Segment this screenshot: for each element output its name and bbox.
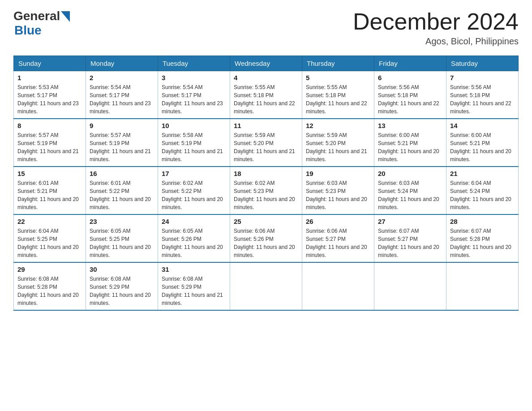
title-block: December 2024 Agos, Bicol, Philippines [353,9,519,47]
calendar-cell: 14Sunrise: 6:00 AMSunset: 5:21 PMDayligh… [446,119,519,167]
calendar-cell: 5Sunrise: 5:55 AMSunset: 5:18 PMDaylight… [302,71,374,119]
day-info: Sunrise: 6:01 AMSunset: 5:22 PMDaylight:… [90,179,154,211]
day-info: Sunrise: 6:08 AMSunset: 5:29 PMDaylight:… [90,275,154,307]
logo-general-text: General [13,9,60,23]
day-number: 1 [17,74,82,81]
day-info: Sunrise: 6:03 AMSunset: 5:24 PMDaylight:… [378,179,442,211]
calendar-cell: 29Sunrise: 6:08 AMSunset: 5:28 PMDayligh… [14,262,86,310]
day-info: Sunrise: 5:59 AMSunset: 5:20 PMDaylight:… [306,131,370,163]
calendar-cell: 1Sunrise: 5:53 AMSunset: 5:17 PMDaylight… [14,71,86,119]
day-info: Sunrise: 5:55 AMSunset: 5:18 PMDaylight:… [306,83,370,116]
calendar-cell [446,262,519,310]
day-info: Sunrise: 6:08 AMSunset: 5:29 PMDaylight:… [162,275,226,307]
calendar-cell [230,262,302,310]
day-info: Sunrise: 6:03 AMSunset: 5:23 PMDaylight:… [306,179,370,211]
day-number: 29 [17,265,82,273]
day-number: 22 [17,218,82,225]
weekday-header-thursday: Thursday [302,56,374,71]
calendar-week-row: 1Sunrise: 5:53 AMSunset: 5:17 PMDaylight… [14,71,519,119]
day-info: Sunrise: 5:54 AMSunset: 5:17 PMDaylight:… [90,83,154,116]
day-info: Sunrise: 6:02 AMSunset: 5:23 PMDaylight:… [234,179,298,211]
calendar-week-row: 22Sunrise: 6:04 AMSunset: 5:25 PMDayligh… [14,214,519,262]
calendar-cell: 30Sunrise: 6:08 AMSunset: 5:29 PMDayligh… [86,262,158,310]
page-header: General Blue December 2024 Agos, Bicol, … [13,9,519,47]
day-info: Sunrise: 6:00 AMSunset: 5:21 PMDaylight:… [378,131,442,163]
calendar-cell [302,262,374,310]
day-info: Sunrise: 5:57 AMSunset: 5:19 PMDaylight:… [90,131,154,163]
calendar-week-row: 15Sunrise: 6:01 AMSunset: 5:21 PMDayligh… [14,167,519,214]
day-info: Sunrise: 5:57 AMSunset: 5:19 PMDaylight:… [17,131,82,163]
calendar-cell [374,262,446,310]
weekday-header-saturday: Saturday [446,56,519,71]
day-info: Sunrise: 6:00 AMSunset: 5:21 PMDaylight:… [450,131,515,163]
calendar-cell: 31Sunrise: 6:08 AMSunset: 5:29 PMDayligh… [158,262,230,310]
calendar-cell: 4Sunrise: 5:55 AMSunset: 5:18 PMDaylight… [230,71,302,119]
day-number: 26 [306,218,370,225]
weekday-header-tuesday: Tuesday [158,56,230,71]
day-info: Sunrise: 5:59 AMSunset: 5:20 PMDaylight:… [234,131,298,163]
day-info: Sunrise: 5:54 AMSunset: 5:17 PMDaylight:… [162,83,226,116]
calendar-cell: 17Sunrise: 6:02 AMSunset: 5:22 PMDayligh… [158,167,230,214]
logo-triangle-icon [61,11,70,22]
day-number: 13 [378,122,442,129]
day-number: 9 [90,122,154,129]
day-info: Sunrise: 6:02 AMSunset: 5:22 PMDaylight:… [162,179,226,211]
day-info: Sunrise: 6:08 AMSunset: 5:28 PMDaylight:… [17,275,82,307]
calendar-cell: 6Sunrise: 5:56 AMSunset: 5:18 PMDaylight… [374,71,446,119]
calendar-cell: 13Sunrise: 6:00 AMSunset: 5:21 PMDayligh… [374,119,446,167]
weekday-header-friday: Friday [374,56,446,71]
day-number: 15 [17,170,82,177]
day-number: 20 [378,170,442,177]
day-number: 12 [306,122,370,129]
calendar-header-row: SundayMondayTuesdayWednesdayThursdayFrid… [14,56,519,71]
calendar-cell: 12Sunrise: 5:59 AMSunset: 5:20 PMDayligh… [302,119,374,167]
day-number: 24 [162,218,226,225]
calendar-cell: 8Sunrise: 5:57 AMSunset: 5:19 PMDaylight… [14,119,86,167]
calendar-cell: 9Sunrise: 5:57 AMSunset: 5:19 PMDaylight… [86,119,158,167]
calendar-cell: 15Sunrise: 6:01 AMSunset: 5:21 PMDayligh… [14,167,86,214]
calendar-cell: 28Sunrise: 6:07 AMSunset: 5:28 PMDayligh… [446,214,519,262]
day-number: 4 [234,74,298,81]
calendar-week-row: 29Sunrise: 6:08 AMSunset: 5:28 PMDayligh… [14,262,519,310]
calendar-cell: 24Sunrise: 6:05 AMSunset: 5:26 PMDayligh… [158,214,230,262]
day-info: Sunrise: 6:06 AMSunset: 5:27 PMDaylight:… [306,227,370,259]
day-number: 5 [306,74,370,81]
day-number: 17 [162,170,226,177]
day-number: 28 [450,218,515,225]
day-number: 27 [378,218,442,225]
day-number: 23 [90,218,154,225]
calendar-cell: 16Sunrise: 6:01 AMSunset: 5:22 PMDayligh… [86,167,158,214]
svg-marker-0 [61,11,70,22]
weekday-header-sunday: Sunday [14,56,86,71]
day-info: Sunrise: 6:05 AMSunset: 5:25 PMDaylight:… [90,227,154,259]
day-number: 10 [162,122,226,129]
day-info: Sunrise: 6:05 AMSunset: 5:26 PMDaylight:… [162,227,226,259]
day-info: Sunrise: 6:07 AMSunset: 5:28 PMDaylight:… [450,227,515,259]
day-number: 11 [234,122,298,129]
calendar-cell: 11Sunrise: 5:59 AMSunset: 5:20 PMDayligh… [230,119,302,167]
weekday-header-wednesday: Wednesday [230,56,302,71]
day-number: 7 [450,74,515,81]
calendar-cell: 23Sunrise: 6:05 AMSunset: 5:25 PMDayligh… [86,214,158,262]
day-info: Sunrise: 5:56 AMSunset: 5:18 PMDaylight:… [450,83,515,116]
day-info: Sunrise: 6:07 AMSunset: 5:27 PMDaylight:… [378,227,442,259]
calendar-cell: 21Sunrise: 6:04 AMSunset: 5:24 PMDayligh… [446,167,519,214]
logo: General Blue [13,9,70,38]
day-info: Sunrise: 6:04 AMSunset: 5:24 PMDaylight:… [450,179,515,211]
day-number: 14 [450,122,515,129]
day-number: 6 [378,74,442,81]
day-info: Sunrise: 6:01 AMSunset: 5:21 PMDaylight:… [17,179,82,211]
calendar-cell: 19Sunrise: 6:03 AMSunset: 5:23 PMDayligh… [302,167,374,214]
calendar-cell: 10Sunrise: 5:58 AMSunset: 5:19 PMDayligh… [158,119,230,167]
day-info: Sunrise: 5:55 AMSunset: 5:18 PMDaylight:… [234,83,298,116]
day-number: 8 [17,122,82,129]
month-title: December 2024 [353,9,519,34]
day-number: 16 [90,170,154,177]
day-number: 2 [90,74,154,81]
calendar-cell: 18Sunrise: 6:02 AMSunset: 5:23 PMDayligh… [230,167,302,214]
day-info: Sunrise: 5:58 AMSunset: 5:19 PMDaylight:… [162,131,226,163]
calendar-week-row: 8Sunrise: 5:57 AMSunset: 5:19 PMDaylight… [14,119,519,167]
calendar-table: SundayMondayTuesdayWednesdayThursdayFrid… [13,56,519,311]
day-number: 19 [306,170,370,177]
calendar-cell: 26Sunrise: 6:06 AMSunset: 5:27 PMDayligh… [302,214,374,262]
